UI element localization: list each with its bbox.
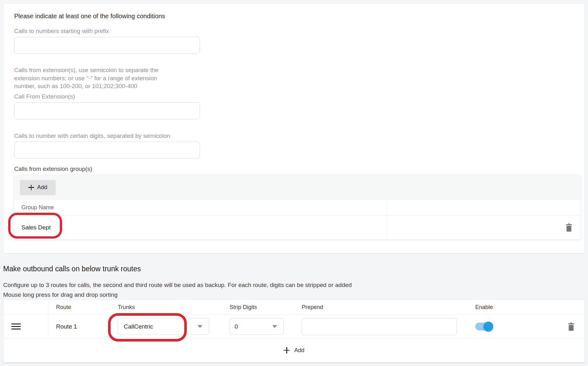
add-route-button[interactable]: Add (3, 338, 585, 362)
prefix-input[interactable] (14, 37, 200, 54)
add-route-button-label: Add (294, 347, 304, 354)
extension-groups-panel: Add Group Name Sales Dept (14, 175, 581, 239)
caret-down-icon (197, 325, 203, 328)
group-name-cell: Sales Dept (14, 216, 387, 239)
route-name-cell: Route 1 (48, 315, 110, 338)
call-from-label: Call From Extension(s) (14, 93, 585, 100)
trunk-routes-table: Route Trunks Strip Digits Prepend Enable… (3, 300, 585, 363)
add-group-button-label: Add (37, 184, 47, 191)
actions-column-header (558, 300, 585, 314)
strip-digits-column-header: Strip Digits (221, 300, 296, 314)
add-group-button[interactable]: Add (20, 180, 56, 195)
extension-groups-label: Calls from extension group(s) (14, 166, 585, 172)
trunk-routes-heading: Make outbound calls on below trunk route… (3, 265, 141, 273)
plus-icon (28, 185, 34, 190)
prefix-label: Calls to numbers starting with prefix (14, 28, 585, 35)
enable-toggle-knob (483, 322, 493, 331)
enable-column-header: Enable (466, 300, 558, 314)
strip-digits-select-value: 0 (235, 323, 238, 330)
enable-toggle[interactable] (475, 323, 492, 330)
drag-handle-icon[interactable] (11, 324, 21, 329)
caret-down-icon (272, 325, 277, 328)
drag-sort-hint: Mouse long press for drag and drop sorti… (3, 291, 117, 298)
call-from-extensions-input[interactable] (14, 102, 200, 119)
drag-column-header (3, 300, 48, 314)
trunks-select-value: CallCentric (124, 323, 153, 330)
extension-groups-toolbar: Add (14, 175, 581, 200)
route-column-header: Route (48, 300, 110, 314)
trunk-routes-description: Configure up to 3 routes for calls, the … (3, 282, 352, 289)
group-name-column-header: Group Name (14, 200, 387, 215)
certain-digits-label: Calls to number with certain digits, sep… (14, 132, 585, 139)
group-table-row: Sales Dept (14, 216, 581, 239)
group-table-header: Group Name (14, 200, 581, 216)
trunks-column-header: Trunks (110, 300, 221, 314)
prepend-input[interactable] (302, 318, 457, 335)
trunks-select[interactable]: CallCentric (118, 318, 209, 335)
prepend-column-header: Prepend (296, 300, 466, 314)
route-row: Route 1 CallCentric 0 (3, 315, 585, 338)
trunk-routes-table-header: Route Trunks Strip Digits Prepend Enable (3, 300, 585, 315)
extension-help-text: Calls from extension(s), use semicolon t… (14, 66, 585, 90)
trash-icon (566, 223, 572, 232)
delete-route-button[interactable] (568, 323, 574, 331)
trash-icon (568, 323, 574, 331)
conditions-card: Please indicate at least one of the foll… (3, 3, 585, 253)
group-actions-column-header (387, 200, 581, 215)
delete-group-button[interactable] (566, 223, 572, 232)
strip-digits-select[interactable]: 0 (230, 318, 284, 335)
conditions-title: Please indicate at least one of the foll… (14, 3, 585, 20)
plus-icon (283, 347, 290, 353)
certain-digits-input[interactable] (14, 142, 200, 159)
